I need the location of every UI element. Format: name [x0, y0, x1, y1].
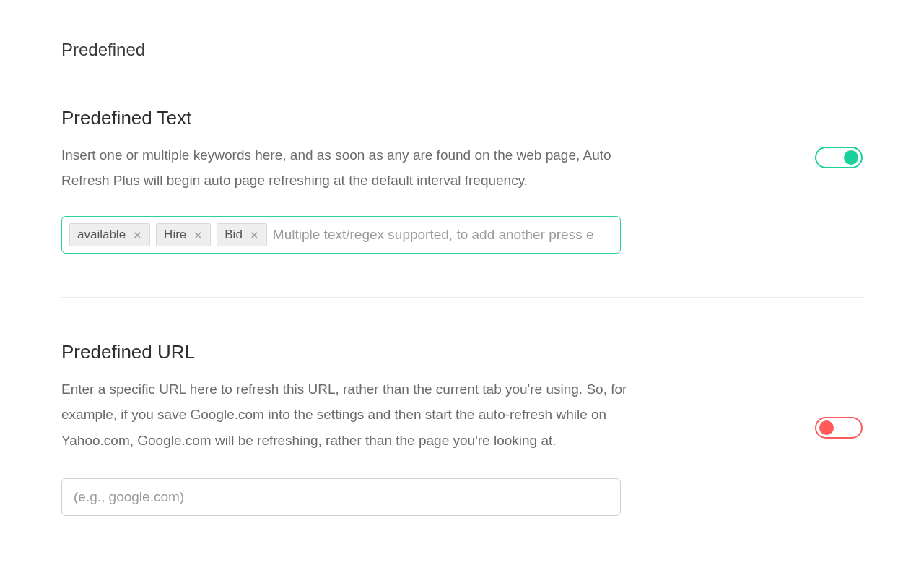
- tag-remove-icon[interactable]: ✕: [193, 230, 203, 241]
- tag-label: Hire: [164, 228, 186, 242]
- tag-item: available ✕: [69, 223, 150, 246]
- tag-label: Bid: [225, 228, 243, 242]
- tag-item: Hire ✕: [156, 223, 211, 246]
- predefined-url-title: Predefined URL: [61, 341, 632, 363]
- toggle-knob-icon: [844, 150, 858, 165]
- page-title: Predefined: [61, 40, 863, 60]
- tag-remove-icon[interactable]: ✕: [133, 230, 142, 241]
- predefined-url-description: Enter a specific URL here to refresh thi…: [61, 376, 632, 452]
- predefined-url-field[interactable]: [61, 478, 621, 516]
- tag-item: Bid ✕: [217, 223, 267, 246]
- section-divider: [61, 297, 863, 298]
- predefined-text-title: Predefined Text: [61, 107, 632, 129]
- predefined-text-description: Insert one or multiple keywords here, an…: [61, 142, 632, 193]
- predefined-url-toggle[interactable]: [815, 417, 863, 439]
- predefined-url-header: Predefined URL Enter a specific URL here…: [61, 341, 863, 452]
- predefined-text-section: Predefined Text Insert one or multiple k…: [61, 107, 863, 254]
- tag-text-field[interactable]: [273, 227, 613, 243]
- tag-remove-icon[interactable]: ✕: [250, 230, 259, 241]
- predefined-text-header: Predefined Text Insert one or multiple k…: [61, 107, 863, 193]
- predefined-text-tag-input[interactable]: available ✕ Hire ✕ Bid ✕: [61, 216, 621, 254]
- predefined-text-textblock: Predefined Text Insert one or multiple k…: [61, 107, 632, 193]
- predefined-url-textblock: Predefined URL Enter a specific URL here…: [61, 341, 632, 452]
- predefined-text-toggle[interactable]: [815, 147, 863, 168]
- toggle-knob-icon: [819, 420, 834, 435]
- tag-label: available: [77, 228, 126, 242]
- predefined-url-section: Predefined URL Enter a specific URL here…: [61, 341, 863, 515]
